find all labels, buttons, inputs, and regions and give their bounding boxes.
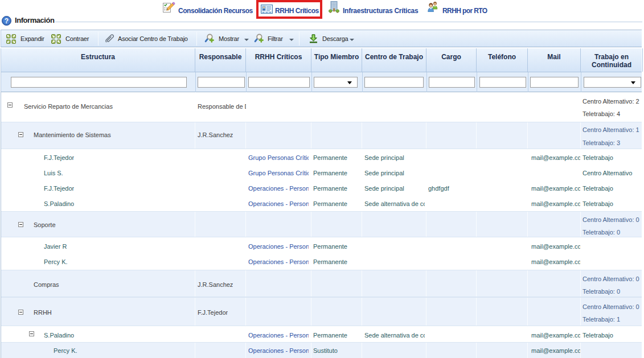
svg-text:?: ? (5, 17, 9, 25)
